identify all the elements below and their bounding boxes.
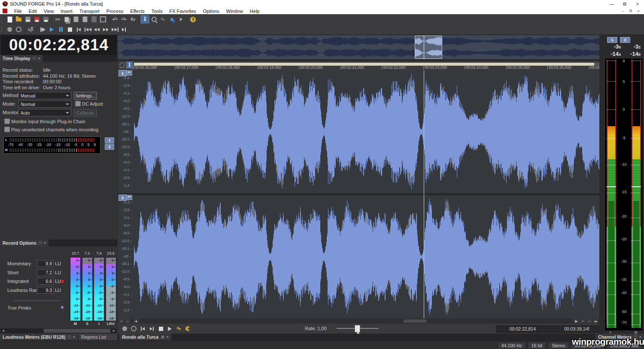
menu-transport[interactable]: Transport (76, 8, 103, 14)
mode-dropdown[interactable]: Normal (18, 100, 71, 108)
monitor-input-checkbox[interactable] (4, 118, 10, 124)
channel-1-collapse-icon[interactable] (127, 70, 132, 76)
go-to-end-button[interactable] (119, 25, 128, 34)
scrub-tool-icon[interactable]: ✎ (174, 325, 183, 333)
rewind-fast-button[interactable] (83, 25, 92, 34)
total-time-box[interactable]: 00:03:39,145 (564, 325, 590, 333)
mdi-minimize-icon[interactable]: − (619, 8, 627, 14)
menu-window[interactable]: Window (223, 8, 246, 14)
repeat-icon[interactable]: ↻ (128, 15, 137, 24)
restore-icon[interactable]: ⧉ (161, 335, 164, 340)
cut-icon[interactable]: ✂ (53, 15, 62, 24)
meter-channel-2-button[interactable]: 2 (620, 37, 630, 43)
zoom-in-time-icon[interactable]: + (580, 319, 586, 323)
record-prepare-button[interactable] (5, 25, 14, 34)
redo-icon[interactable]: ↷ (119, 15, 128, 24)
tab-regions-list[interactable]: Regions List (79, 334, 117, 340)
scroll-thumb[interactable] (44, 329, 110, 333)
record-channel-1-button[interactable]: 1 (105, 137, 114, 143)
zoom-out-icon[interactable]: − (125, 319, 131, 323)
tab-document[interactable]: Rondo alla Turca⧉× (119, 334, 171, 340)
pause-button[interactable] (56, 25, 65, 34)
save-all-icon[interactable] (41, 15, 50, 24)
menu-file[interactable]: File (11, 8, 25, 14)
dc-adjust-checkbox[interactable] (75, 101, 81, 106)
wave-scroll-thumb[interactable] (404, 319, 426, 323)
channel-meter-display[interactable]: 950-5-10-15-20-25-30-35-40-50-70 (605, 58, 643, 331)
selection-tool-icon[interactable] (167, 15, 176, 24)
pickup-tool-icon[interactable] (176, 15, 185, 24)
menu-help[interactable]: Help (246, 8, 263, 14)
audio-event-tool-icon[interactable] (183, 325, 192, 333)
whats-this-help-icon[interactable]: ? (188, 15, 197, 24)
channel-divider[interactable] (118, 193, 599, 195)
mdi-restore-icon[interactable]: ⧉ (627, 8, 635, 14)
channel-1-badge[interactable]: 1 (118, 70, 127, 76)
timeline-ruler[interactable]: 00:02:16,00000:02:17,00000:02:18,00000:0… (118, 65, 599, 70)
save-as-icon[interactable] (32, 15, 41, 24)
zoom-out-time-icon[interactable]: − (586, 319, 592, 323)
paste-special-icon[interactable] (80, 15, 89, 24)
paste-mix-icon[interactable] (89, 15, 98, 24)
play-unselected-checkbox[interactable] (4, 127, 10, 132)
undo-icon[interactable]: ↶ (110, 15, 119, 24)
minimize-icon[interactable]: — (605, 0, 618, 8)
scroll-left-icon[interactable]: ◄ (133, 319, 139, 323)
scroll-right-icon[interactable]: ▶ (574, 319, 579, 323)
play-button[interactable] (165, 325, 174, 333)
selection-time-box[interactable] (537, 325, 565, 333)
stop-button[interactable] (65, 25, 74, 34)
playhead-cursor[interactable] (424, 70, 424, 319)
play-button[interactable] (47, 25, 56, 34)
float-icon[interactable]: □ (33, 56, 35, 61)
record-level-meter[interactable]: L R -70-40-30-25-20-15-10-5059 (3, 137, 100, 154)
save-icon[interactable] (23, 15, 32, 24)
loop-playback-button[interactable]: ↺ (26, 25, 35, 34)
menu-view[interactable]: View (40, 8, 58, 14)
close-icon[interactable]: × (38, 56, 40, 61)
zoom-tool-icon[interactable] (149, 15, 158, 24)
rewind-button[interactable] (92, 25, 101, 34)
channel-2-badge[interactable]: 2 (118, 194, 127, 201)
channel-2-collapse-icon[interactable] (127, 195, 132, 200)
open-icon[interactable] (14, 15, 23, 24)
mdi-close-icon[interactable]: × (635, 8, 642, 14)
menu-tools[interactable]: Tools (148, 8, 166, 14)
overview-waveform[interactable] (118, 35, 599, 59)
settings-button[interactable]: Settings... (74, 92, 97, 100)
forward-button[interactable] (101, 25, 110, 34)
loudness-hscrollbar[interactable]: ◄ ► (1, 328, 116, 333)
restore-icon[interactable]: ⧉ (618, 0, 631, 8)
edit-tool-icon[interactable]: I (140, 15, 149, 24)
cursor-time-box[interactable]: 00:02:22,814 (496, 325, 538, 333)
menu-process[interactable]: Process (103, 8, 127, 14)
waveform-channel-1[interactable] (134, 70, 599, 193)
crop-icon[interactable] (98, 15, 107, 24)
paste-icon[interactable] (71, 15, 80, 24)
record-button[interactable] (14, 25, 23, 34)
menu-effects[interactable]: Effects (127, 8, 148, 14)
method-dropdown[interactable]: Manual (18, 92, 71, 99)
zoom-in-icon[interactable]: + (118, 319, 124, 323)
record-button[interactable] (129, 325, 138, 333)
menu-edit[interactable]: Edit (25, 8, 40, 14)
stop-button[interactable] (156, 325, 165, 333)
go-to-start-button[interactable] (138, 325, 147, 333)
tab-time-display[interactable]: Time Display□× (0, 55, 43, 62)
new-file-icon[interactable] (5, 15, 14, 24)
scroll-left-icon[interactable]: ◄ (1, 328, 6, 333)
close-icon[interactable]: × (166, 335, 168, 339)
menu-options[interactable]: Options (200, 8, 223, 14)
close-icon[interactable]: × (631, 0, 644, 8)
menu-insert[interactable]: Insert (57, 8, 76, 14)
tab-record-options[interactable]: Record Options□× (0, 240, 49, 246)
go-to-end-button[interactable] (147, 325, 156, 333)
monitor-dropdown[interactable]: Auto (18, 109, 71, 116)
record-prepare-button[interactable] (120, 325, 129, 333)
play-all-button[interactable] (38, 25, 47, 34)
tab-loudness-meters[interactable]: Loudness Meters (EBU R128)□× (0, 334, 78, 340)
close-icon[interactable]: × (44, 241, 46, 245)
copy-icon[interactable] (62, 15, 71, 24)
close-icon[interactable]: × (73, 335, 75, 339)
waveform-channel-2[interactable] (134, 195, 599, 319)
